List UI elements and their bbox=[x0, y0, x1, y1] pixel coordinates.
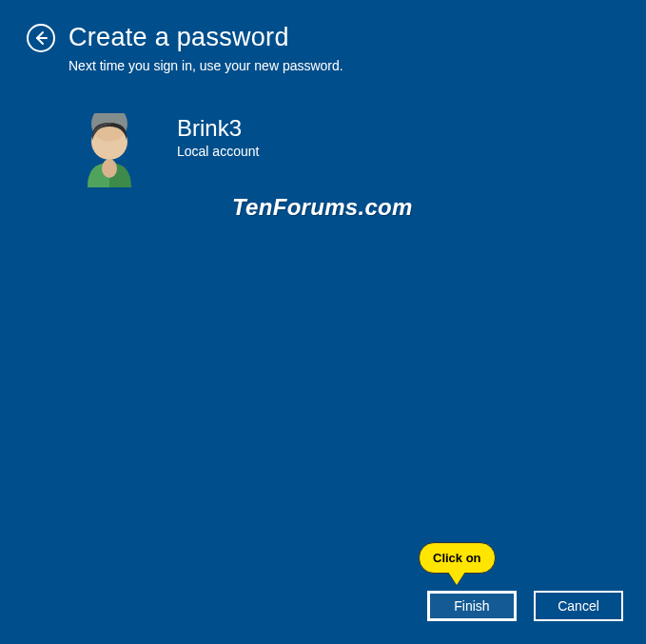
account-name: Brink3 bbox=[177, 115, 259, 142]
account-info: Brink3 Local account bbox=[0, 113, 646, 195]
cancel-button[interactable]: Cancel bbox=[534, 591, 623, 621]
finish-button[interactable]: Finish bbox=[427, 591, 517, 621]
svg-point-1 bbox=[102, 159, 117, 178]
callout-label: Click on bbox=[419, 542, 496, 574]
back-arrow-icon bbox=[33, 30, 49, 46]
watermark-text: TenForums.com bbox=[232, 194, 413, 221]
page-subtitle: Next time you sign in, use your new pass… bbox=[0, 58, 646, 73]
page-title: Create a password bbox=[69, 23, 289, 52]
callout-tail-icon bbox=[448, 572, 465, 585]
user-avatar-icon bbox=[69, 113, 150, 195]
annotation-callout: Click on bbox=[419, 542, 496, 585]
account-type: Local account bbox=[177, 144, 259, 159]
avatar bbox=[69, 113, 150, 195]
back-button[interactable] bbox=[27, 24, 55, 52]
